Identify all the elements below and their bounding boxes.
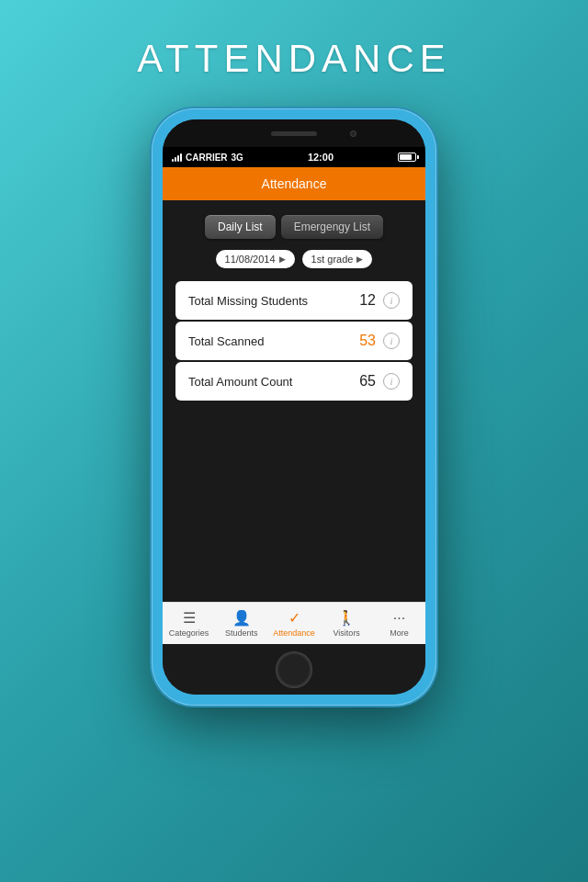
battery-icon bbox=[398, 153, 416, 162]
status-right bbox=[398, 153, 416, 162]
status-left: CARRIER 3G bbox=[172, 153, 243, 163]
stat-row-missing[interactable]: Total Missing Students 12 i bbox=[175, 281, 413, 320]
stat-right-scanned: 53 i bbox=[359, 333, 400, 349]
status-bar: CARRIER 3G 12:00 bbox=[163, 147, 425, 167]
speaker bbox=[271, 131, 317, 136]
categories-icon: ☰ bbox=[183, 609, 196, 627]
phone-bottom bbox=[163, 644, 425, 695]
tab-students[interactable]: 👤 Students bbox=[215, 603, 267, 644]
emergency-list-tab[interactable]: Emergengy List bbox=[281, 215, 383, 239]
date-filter[interactable]: 11/08/2014 ▶ bbox=[216, 250, 295, 268]
stat-label-total: Total Amount Count bbox=[188, 375, 292, 389]
tab-more[interactable]: ··· More bbox=[373, 603, 425, 644]
filter-row: 11/08/2014 ▶ 1st grade ▶ bbox=[175, 250, 413, 268]
stat-right-total: 65 i bbox=[359, 373, 400, 390]
students-icon: 👤 bbox=[232, 609, 251, 627]
page-title: ATTENDANCE bbox=[137, 37, 451, 81]
bottom-tab-bar: ☰ Categories 👤 Students ✓ Attendance 🚶 V… bbox=[163, 602, 425, 644]
stat-row-total[interactable]: Total Amount Count 65 i bbox=[175, 362, 413, 401]
stat-row-scanned[interactable]: Total Scanned 53 i bbox=[175, 322, 413, 360]
date-filter-label: 11/08/2014 bbox=[225, 254, 276, 265]
status-time: 12:00 bbox=[308, 152, 334, 163]
home-button[interactable] bbox=[277, 652, 311, 687]
stats-list: Total Missing Students 12 i Total Scanne… bbox=[175, 281, 413, 401]
battery-fill bbox=[400, 154, 412, 160]
tab-buttons: Daily List Emergengy List bbox=[175, 215, 413, 239]
tab-more-label: More bbox=[390, 628, 409, 638]
stat-value-scanned: 53 bbox=[359, 333, 376, 349]
date-arrow-icon: ▶ bbox=[279, 254, 286, 264]
grade-arrow-icon: ▶ bbox=[356, 254, 363, 264]
stat-label-missing: Total Missing Students bbox=[188, 294, 308, 308]
network-label: 3G bbox=[232, 153, 243, 163]
signal-bars bbox=[172, 153, 182, 162]
tab-students-label: Students bbox=[225, 628, 258, 638]
app-header: Attendance bbox=[163, 167, 425, 200]
camera bbox=[350, 130, 356, 137]
tab-attendance[interactable]: ✓ Attendance bbox=[267, 603, 320, 644]
grade-filter[interactable]: 1st grade ▶ bbox=[302, 250, 373, 268]
tab-categories[interactable]: ☰ Categories bbox=[163, 603, 215, 644]
tab-visitors[interactable]: 🚶 Visitors bbox=[321, 603, 373, 644]
tab-attendance-label: Attendance bbox=[273, 628, 315, 638]
tab-visitors-label: Visitors bbox=[334, 628, 360, 638]
daily-list-tab[interactable]: Daily List bbox=[205, 215, 276, 239]
info-icon-total[interactable]: i bbox=[383, 373, 400, 390]
tab-categories-label: Categories bbox=[169, 628, 209, 638]
stat-right-missing: 12 i bbox=[359, 292, 400, 309]
phone-screen: CARRIER 3G 12:00 Attendance Daily List E… bbox=[163, 119, 425, 695]
visitors-icon: 🚶 bbox=[337, 609, 356, 627]
attendance-icon: ✓ bbox=[288, 609, 300, 627]
stat-value-missing: 12 bbox=[359, 292, 376, 309]
phone-top-bar bbox=[163, 119, 425, 147]
info-icon-missing[interactable]: i bbox=[383, 292, 400, 309]
grade-filter-label: 1st grade bbox=[311, 254, 354, 265]
stat-label-scanned: Total Scanned bbox=[188, 334, 264, 348]
app-header-title: Attendance bbox=[262, 176, 327, 191]
more-icon: ··· bbox=[393, 610, 405, 627]
info-icon-scanned[interactable]: i bbox=[383, 333, 400, 349]
app-content: Daily List Emergengy List 11/08/2014 ▶ 1… bbox=[163, 200, 425, 602]
carrier-label: CARRIER bbox=[186, 153, 228, 163]
phone-shell: CARRIER 3G 12:00 Attendance Daily List E… bbox=[152, 108, 436, 706]
stat-value-total: 65 bbox=[359, 373, 376, 390]
